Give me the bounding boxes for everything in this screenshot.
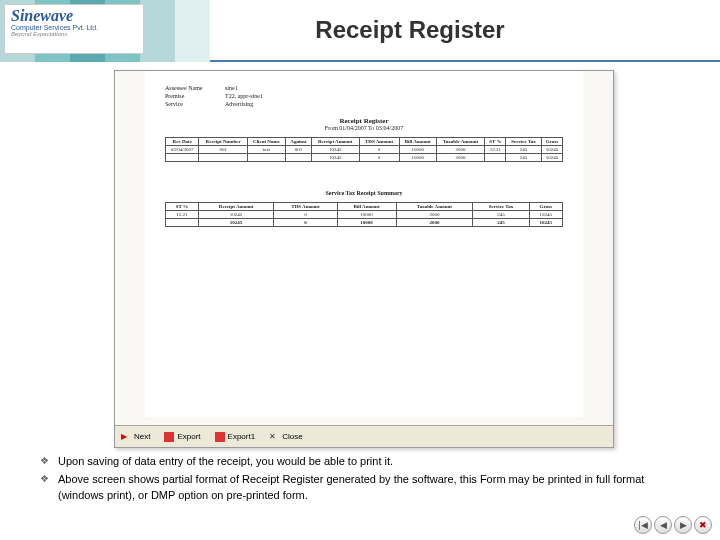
summary-table: ST %Receipt AmountTDS AmountBill AmountT…	[165, 202, 563, 227]
logo: Sinewave Computer Services Pvt. Ltd. Bey…	[4, 4, 144, 54]
table-row: 10245010000200024510245	[166, 219, 563, 227]
assessee-label: Assessee Name	[165, 85, 225, 91]
export-icon	[164, 432, 174, 442]
export1-button[interactable]: Export1	[215, 432, 256, 442]
logo-name: Sinewave	[11, 8, 137, 24]
next-button[interactable]: ▶Next	[121, 432, 150, 442]
report-document: Assessee Namesine1 PremiseT22, appr-sine…	[145, 71, 583, 417]
bullet-list: ❖Upon saving of data entry of the receip…	[40, 454, 690, 506]
table-row: 12.2110245010000200024510245	[166, 211, 563, 219]
service-value: Advertising	[225, 101, 253, 107]
premise-label: Premise	[165, 93, 225, 99]
slide-header: Sinewave Computer Services Pvt. Ltd. Bey…	[0, 0, 720, 62]
logo-tagline: Beyond Expectations	[11, 31, 137, 37]
register-table: Rec DateReceipt NumberClient NameAgainst…	[165, 137, 563, 162]
preview-toolbar: ▶Next Export Export1 ✕Close	[115, 425, 613, 447]
table-row: 10245010000200024510245	[166, 154, 563, 162]
table-row: 03/04/2007001test00110245010000200012.21…	[166, 146, 563, 154]
close-icon: ✕	[269, 432, 279, 442]
list-item: ❖Upon saving of data entry of the receip…	[40, 454, 690, 469]
nav-close-button[interactable]: ✖	[694, 516, 712, 534]
premise-value: T22	[225, 93, 235, 99]
slide-nav: |◀ ◀ ▶ ✖	[634, 516, 712, 534]
export-button[interactable]: Export	[164, 432, 200, 442]
export-icon	[215, 432, 225, 442]
bullet-icon: ❖	[40, 472, 58, 503]
report-title: Receipt Register	[165, 117, 563, 125]
nav-first-button[interactable]: |◀	[634, 516, 652, 534]
nav-prev-button[interactable]: ◀	[654, 516, 672, 534]
report-preview-window: Assessee Namesine1 PremiseT22, appr-sine…	[114, 70, 614, 448]
nav-next-button[interactable]: ▶	[674, 516, 692, 534]
premise-extra: , appr-sine1	[235, 93, 263, 99]
logo-sub: Computer Services Pvt. Ltd.	[11, 24, 137, 31]
arrow-right-icon: ▶	[121, 432, 131, 442]
assessee-value: sine1	[225, 85, 238, 91]
bullet-icon: ❖	[40, 454, 58, 469]
list-item: ❖Above screen shows partial format of Re…	[40, 472, 690, 503]
close-button[interactable]: ✕Close	[269, 432, 302, 442]
summary-title: Service Tax Receipt Summary	[165, 190, 563, 196]
service-label: Service	[165, 101, 225, 107]
report-subtitle: From 01/04/2007 To 03/04/2007	[165, 125, 563, 131]
